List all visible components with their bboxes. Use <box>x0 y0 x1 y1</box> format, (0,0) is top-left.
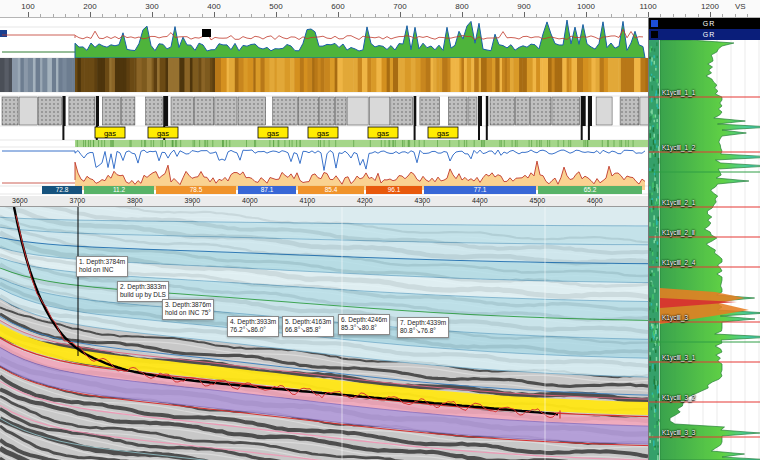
ruler-minor-tick <box>437 14 438 17</box>
ruler-minor-tick <box>140 14 141 17</box>
annotation-detail-line: 80.8°↘76.8° <box>400 327 446 335</box>
gas-label: gas <box>377 129 389 138</box>
ruler-minor-tick <box>623 14 624 17</box>
stat-value: 11.2 <box>113 186 126 193</box>
annotation-depth-line: 6. Depth:4246m <box>341 316 387 324</box>
depth-tick <box>135 203 136 206</box>
trajectory-annotation[interactable]: 4. Depth:3933m76.2°↘86.0° <box>227 316 279 337</box>
annotation-detail-line: build up by DLS <box>120 291 166 299</box>
trajectory-annotation[interactable]: 7. Depth:4339m80.8°↘76.8° <box>397 317 449 338</box>
ruler-minor-tick <box>388 14 389 17</box>
ruler-tick-label: 1100 <box>639 2 656 11</box>
gr-header-label-2: GR <box>660 31 758 38</box>
log-tracks-canvas: gasgasgasgasgasgas72.811.278.587.185.496… <box>0 18 648 196</box>
ruler-minor-tick <box>412 14 413 17</box>
stat-value: 96.1 <box>388 186 401 193</box>
ruler-minor-tick <box>53 14 54 17</box>
ruler-tick <box>710 12 711 17</box>
stat-value: 77.1 <box>474 186 487 193</box>
trajectory-annotation[interactable]: 6. Depth:4246m85.3°↘80.8° <box>338 314 390 335</box>
ruler-tick <box>28 12 29 17</box>
ruler-tick <box>648 12 649 17</box>
depth-tick <box>538 203 539 206</box>
ruler-minor-tick <box>115 14 116 17</box>
gr-header-row-2: GR <box>649 29 760 40</box>
ruler-minor-tick <box>226 14 227 17</box>
ruler-tick-label: 700 <box>393 2 406 11</box>
ruler-minor-tick <box>474 14 475 17</box>
annotation-detail-line: hold on INC 75° <box>165 309 211 317</box>
ruler-minor-tick <box>202 14 203 17</box>
horizon-marker-label: K1ycⅢ_3_2 <box>662 394 695 402</box>
ruler-minor-tick <box>574 14 575 17</box>
ruler-minor-tick <box>735 14 736 17</box>
ruler-minor-tick <box>301 14 302 17</box>
ruler-minor-tick <box>350 14 351 17</box>
trajectory-annotation[interactable]: 1. Depth:3784mhold on INC <box>76 256 128 277</box>
gas-label: gas <box>157 129 169 138</box>
gr-reference-panel: GR GR K1ycⅢ_1_1K1ycⅢ_1_2K1ycⅢ_2_1K1ycⅢ_2… <box>648 18 760 460</box>
ruler-tick-label: 400 <box>207 2 220 11</box>
depth-tick <box>595 203 596 206</box>
vs-unit-label: VS <box>735 2 746 11</box>
annotation-depth-line: 3. Depth:3876m <box>165 301 211 309</box>
log-tracks-panel[interactable]: gasgasgasgasgasgas72.811.278.587.185.496… <box>0 18 648 196</box>
porosity-curve <box>2 150 645 170</box>
ruler-tick <box>524 12 525 17</box>
ruler-minor-tick <box>189 14 190 17</box>
ruler-tick-label: 1200 <box>701 2 719 11</box>
ruler-minor-tick <box>177 14 178 17</box>
ruler-minor-tick <box>636 14 637 17</box>
horizon-marker-label: K1ycⅢ_1_1 <box>662 89 695 97</box>
ruler-minor-tick <box>698 14 699 17</box>
ruler-minor-tick <box>747 14 748 17</box>
ruler-minor-tick <box>512 14 513 17</box>
ruler-minor-tick <box>264 14 265 17</box>
annotation-detail-line: 85.3°↘80.8° <box>341 324 387 332</box>
stat-value: 72.8 <box>56 186 69 193</box>
depth-chip-icon <box>651 20 658 27</box>
stat-value: 85.4 <box>325 186 338 193</box>
ruler-minor-tick <box>673 14 674 17</box>
ruler-minor-tick <box>164 14 165 17</box>
depth-tick <box>423 203 424 206</box>
ruler-minor-tick <box>78 14 79 17</box>
gr-header-row-1: GR <box>649 18 760 29</box>
measured-depth-ruler[interactable]: 3600370038003900400041004200430044004500… <box>0 196 648 207</box>
ruler-minor-tick <box>127 14 128 17</box>
horizon-marker-label: K1ycⅢ_3_1 <box>662 354 695 362</box>
trajectory-annotation[interactable]: 5. Depth:4163m66.8°↘85.8° <box>282 316 334 337</box>
annotation-detail-line: 66.8°↘85.8° <box>285 326 331 334</box>
ruler-minor-tick <box>239 14 240 17</box>
annotation-detail-line: 76.2°↘86.0° <box>230 326 276 334</box>
trajectory-annotation[interactable]: 3. Depth:3876mhold on INC 75° <box>162 299 214 320</box>
ruler-tick-label: 500 <box>269 2 282 11</box>
ruler-minor-tick <box>425 14 426 17</box>
ruler-tick-label: 200 <box>83 2 96 11</box>
annotation-depth-line: 4. Depth:3933m <box>230 318 276 326</box>
ruler-tick-label: 900 <box>517 2 530 11</box>
gr-log-body[interactable]: K1ycⅢ_1_1K1ycⅢ_1_2K1ycⅢ_2_1K1ycⅢ_2_ⅡK1yc… <box>649 40 760 460</box>
ruler-minor-tick <box>611 14 612 17</box>
resistivity-curve <box>75 29 643 40</box>
ruler-tick <box>152 12 153 17</box>
ruler-tick-label: 100 <box>21 2 34 11</box>
ruler-tick <box>338 12 339 17</box>
seismic-section-panel[interactable]: 3600370038003900400041004200430044004500… <box>0 196 648 460</box>
horizon-marker-label: K1ycⅢ_2_Ⅱ <box>662 229 695 237</box>
ruler-minor-tick <box>660 14 661 17</box>
depth-tick <box>308 203 309 206</box>
ruler-minor-tick <box>685 14 686 17</box>
depth-tick <box>20 203 21 206</box>
depth-chip-icon <box>651 31 658 38</box>
annotation-depth-line: 1. Depth:3784m <box>79 258 125 266</box>
stat-value: 65.2 <box>584 186 597 193</box>
vs-ruler[interactable]: VS 1002003004005006007008009001000110012… <box>0 0 760 18</box>
ruler-minor-tick <box>549 14 550 17</box>
ruler-tick <box>586 12 587 17</box>
ruler-minor-tick <box>40 14 41 17</box>
ruler-minor-tick <box>598 14 599 17</box>
horizon-marker-label: K1ycⅢ_3 <box>662 314 688 322</box>
stat-value: 87.1 <box>261 186 274 193</box>
ruler-tick <box>276 12 277 17</box>
